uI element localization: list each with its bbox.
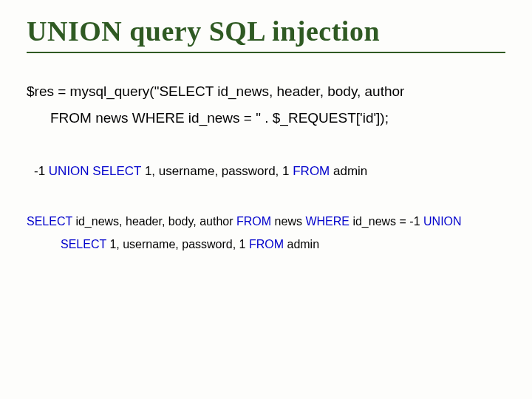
result-line-2: SELECT 1, username, password, 1 FROM adm… xyxy=(27,233,505,256)
php-line-2: FROM news WHERE id_news = " . $_REQUEST[… xyxy=(27,105,505,132)
code-block-result: SELECT id_news, header, body, author FRO… xyxy=(27,211,505,256)
payload-kw-union-select: UNION SELECT xyxy=(49,164,141,178)
result-kw-union: UNION xyxy=(423,215,462,228)
payload-text-1: -1 xyxy=(34,164,49,178)
payload-text-3: admin xyxy=(330,164,367,178)
payload-kw-from: FROM xyxy=(293,164,330,178)
slide-title: UNION query SQL injection xyxy=(27,15,505,47)
result-kw-from-1: FROM xyxy=(236,215,271,228)
result-kw-from-2: FROM xyxy=(249,238,284,250)
result-kw-select: SELECT xyxy=(27,215,72,228)
result-line-1: SELECT id_news, header, body, author FRO… xyxy=(27,211,505,233)
slide: UNION query SQL injection $res = mysql_q… xyxy=(0,0,532,399)
title-rule xyxy=(27,52,505,53)
php-line-1: $res = mysql_query("SELECT id_news, head… xyxy=(27,78,505,105)
payload-text-2: 1, username, password, 1 xyxy=(141,164,293,178)
result-kw-where: WHERE xyxy=(305,215,349,228)
payload-line: -1 UNION SELECT 1, username, password, 1… xyxy=(27,161,505,181)
code-block-php: $res = mysql_query("SELECT id_news, head… xyxy=(27,78,505,132)
code-block-payload: -1 UNION SELECT 1, username, password, 1… xyxy=(27,161,505,181)
result-kw-select-2: SELECT xyxy=(61,238,106,250)
result-text-5: admin xyxy=(284,238,319,250)
result-text-1: id_news, header, body, author xyxy=(72,215,236,228)
result-text-2: news xyxy=(271,215,305,228)
result-text-3: id_news = -1 xyxy=(349,215,423,228)
result-text-4: 1, username, password, 1 xyxy=(106,238,249,250)
